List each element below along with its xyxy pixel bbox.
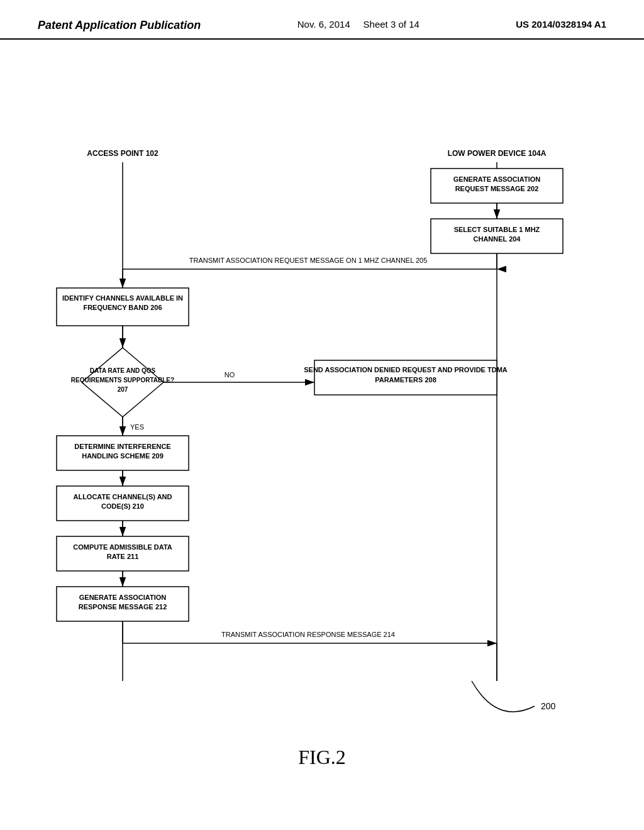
publication-title: Patent Application Publication <box>38 19 201 32</box>
diagram-area: ACCESS POINT 102 LOW POWER DEVICE 104A G… <box>0 40 644 807</box>
svg-text:PARAMETERS 208: PARAMETERS 208 <box>375 376 436 384</box>
svg-text:COMPUTE ADMISSIBLE DATA: COMPUTE ADMISSIBLE DATA <box>73 543 172 551</box>
sheet-info: Sheet 3 of 14 <box>364 19 419 30</box>
svg-text:HANDLING SCHEME 209: HANDLING SCHEME 209 <box>82 452 164 460</box>
publication-date: Nov. 6, 2014 <box>297 19 350 30</box>
date-sheet: Nov. 6, 2014 Sheet 3 of 14 <box>297 19 419 30</box>
svg-text:SELECT SUITABLE 1 MHZ: SELECT SUITABLE 1 MHZ <box>454 226 540 233</box>
transmit-assoc-resp-label: TRANSMIT ASSOCIATION RESPONSE MESSAGE 21… <box>221 631 395 638</box>
svg-text:DATA RATE AND QOS: DATA RATE AND QOS <box>90 367 156 374</box>
page-header: Patent Application Publication Nov. 6, 2… <box>0 0 644 40</box>
figure-ref-label: 200 <box>541 701 556 711</box>
transmit-assoc-req-label: TRANSMIT ASSOCIATION REQUEST MESSAGE ON … <box>189 257 428 264</box>
svg-text:ALLOCATE CHANNEL(S) AND: ALLOCATE CHANNEL(S) AND <box>73 493 172 501</box>
svg-text:RESPONSE MESSAGE 212: RESPONSE MESSAGE 212 <box>79 603 167 611</box>
low-power-device-label: LOW POWER DEVICE 104A <box>448 149 547 158</box>
svg-text:GENERATE ASSOCIATION: GENERATE ASSOCIATION <box>453 175 541 183</box>
svg-text:REQUIREMENTS SUPPORTABLE?: REQUIREMENTS SUPPORTABLE? <box>71 377 174 384</box>
svg-text:DETERMINE INTERFERENCE: DETERMINE INTERFERENCE <box>74 443 170 450</box>
svg-text:207: 207 <box>118 386 128 393</box>
figure-label: FIG.2 <box>298 746 346 769</box>
svg-text:SEND ASSOCIATION DENIED REQUES: SEND ASSOCIATION DENIED REQUEST AND PROV… <box>304 366 508 374</box>
svg-text:GENERATE ASSOCIATION: GENERATE ASSOCIATION <box>79 594 167 601</box>
diagram-svg: ACCESS POINT 102 LOW POWER DEVICE 104A G… <box>0 40 644 807</box>
svg-text:FREQUENCY BAND 206: FREQUENCY BAND 206 <box>83 304 162 311</box>
svg-text:CHANNEL 204: CHANNEL 204 <box>474 235 521 243</box>
svg-text:CODE(S) 210: CODE(S) 210 <box>101 502 144 510</box>
no-label: NO <box>225 371 235 379</box>
access-point-label: ACCESS POINT 102 <box>87 149 158 158</box>
svg-text:REQUEST MESSAGE 202: REQUEST MESSAGE 202 <box>455 185 539 192</box>
patent-number: US 2014/0328194 A1 <box>516 19 606 30</box>
svg-text:RATE 211: RATE 211 <box>107 553 139 560</box>
svg-text:IDENTIFY CHANNELS AVAILABLE IN: IDENTIFY CHANNELS AVAILABLE IN <box>62 294 183 302</box>
yes-label: YES <box>130 423 144 431</box>
